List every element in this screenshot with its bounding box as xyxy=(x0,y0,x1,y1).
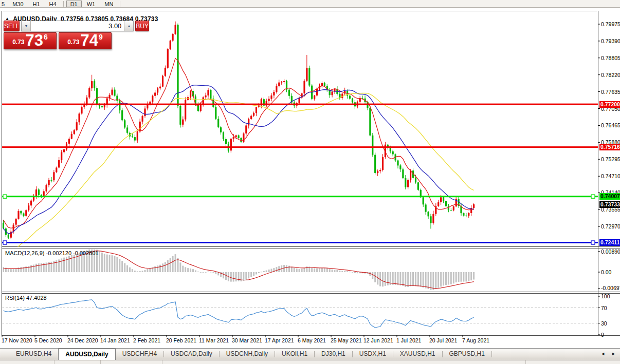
buy-price-pip: 9 xyxy=(99,33,103,41)
macd-indicator-label: MACD(12,26,9) -0.002120 -0.002801 xyxy=(5,250,99,256)
date-axis-label: 1 Jul 2021 xyxy=(396,337,421,343)
price-axis-tick: 0.75295 xyxy=(601,156,620,162)
price-axis-tick: 0.78220 xyxy=(601,72,620,78)
macd-axis-tick: 0.008903 xyxy=(601,248,620,255)
one-click-trading-panel: SELL ▼ ▲ BUY 0.73736 0.73749 xyxy=(4,21,115,49)
level-price-label: 0.77200 xyxy=(599,101,620,108)
price-axis-tick: 0.78805 xyxy=(601,55,620,61)
candles xyxy=(3,22,475,239)
status-bar-divider xyxy=(162,360,162,364)
line-handle xyxy=(3,241,7,244)
buy-price-prefix: 0.73 xyxy=(67,39,79,46)
price-axis-tick: 0.72970 xyxy=(601,223,620,229)
line-handle xyxy=(3,195,7,198)
status-bar xyxy=(0,360,620,364)
volume-decrease-button[interactable]: ▼ xyxy=(22,21,31,31)
chart-tab-usdcnh-daily[interactable]: USDCNH,Daily xyxy=(220,349,275,360)
level-line xyxy=(2,242,598,243)
date-axis-label: 11 Mar 2021 xyxy=(199,337,229,343)
chart-tab-dj30-h1[interactable]: DJ30,H1 xyxy=(315,349,352,360)
price-axis-tick: 0.79975 xyxy=(601,21,620,27)
tabs-scroll-right-icon[interactable]: ► xyxy=(611,351,616,356)
chart-tab-usdx-h1[interactable]: USDX,H1 xyxy=(353,349,393,360)
level-line xyxy=(2,146,598,148)
tabs-scroll-left-icon[interactable]: ◄ xyxy=(600,351,605,356)
level-line xyxy=(2,104,598,105)
date-axis-label: 2 Feb 2021 xyxy=(133,337,160,343)
chart-tab-bar: EURUSD,H4AUDUSD,DailyUSDCHF,H4USDCAD,Dai… xyxy=(0,348,620,360)
buy-button[interactable]: BUY xyxy=(135,21,149,31)
chart-tab-gbpusd-h1[interactable]: GBPUSD,H1 xyxy=(443,349,491,360)
rsi-axis-tick: 70 xyxy=(601,305,607,311)
price-axis-tick: 0.74710 xyxy=(601,173,620,179)
rsi-axis-tick: 0 xyxy=(601,332,604,338)
rsi-axis-tick: 100 xyxy=(601,293,610,299)
sell-price-display[interactable]: 0.73736 xyxy=(4,32,57,49)
level-price-label: 0.72411 xyxy=(599,239,620,246)
volume-input[interactable] xyxy=(31,21,124,31)
current-price-label: 0.73733 xyxy=(599,201,620,208)
macd-axis-tick: 0.00 xyxy=(601,269,611,275)
chart-tab-usdcad-daily[interactable]: USDCAD,Daily xyxy=(164,349,219,360)
date-axis-label: 6 May 2021 xyxy=(298,337,326,343)
chart-tab-ukoil-h1[interactable]: UKOil,H1 xyxy=(275,349,314,360)
chart-tab-eurusd-h4[interactable]: EURUSD,H4 xyxy=(9,349,58,360)
chart-tab-audusd-daily[interactable]: AUDUSD,Daily xyxy=(58,349,115,360)
rsi-axis-tick: 30 xyxy=(601,320,607,327)
date-axis-label: 25 May 2021 xyxy=(331,337,362,343)
volume-increase-button[interactable]: ▲ xyxy=(124,21,133,31)
date-axis-label: 17 Apr 2021 xyxy=(265,337,294,343)
buy-price-main: 74 xyxy=(81,33,98,48)
line-handle xyxy=(591,241,595,244)
line-handle xyxy=(591,195,595,198)
date-axis-label: 20 Jul 2021 xyxy=(429,337,457,343)
date-axis-label: 14 Jan 2021 xyxy=(100,337,130,343)
volume-spinner: ▼ ▲ xyxy=(21,21,134,31)
date-axis-label: 12 Jun 2021 xyxy=(363,337,393,343)
chart-tab-usdchf-h4[interactable]: USDCHF,H4 xyxy=(116,349,163,360)
status-bar-divider xyxy=(54,360,54,364)
chart-tabs: EURUSD,H4AUDUSD,DailyUSDCHF,H4USDCAD,Dai… xyxy=(9,349,492,360)
down-arrow-icon: ▼ xyxy=(24,24,28,28)
price-axis-tick: 0.76465 xyxy=(601,122,620,128)
macd-axis-tick: -0.00697 xyxy=(601,285,620,291)
price-axis-tick: 0.79390 xyxy=(601,38,620,44)
level-line xyxy=(2,196,598,197)
price-axis-tick: 0.77635 xyxy=(601,89,620,95)
date-axis-label: 5 Dec 2020 xyxy=(34,337,62,343)
date-axis-label: 17 Nov 2020 xyxy=(2,337,32,343)
sell-price-pip: 6 xyxy=(44,33,48,41)
up-arrow-icon: ▲ xyxy=(127,24,131,28)
date-axis-label: 30 Mar 2021 xyxy=(232,337,262,343)
chart-tab-xauusd-h1[interactable]: XAUUSD,H1 xyxy=(393,349,442,360)
date-axis-label: 24 Dec 2020 xyxy=(67,337,98,343)
rsi-indicator-label: RSI(14) 47.4028 xyxy=(5,295,47,301)
status-bar-divider xyxy=(525,360,526,364)
buy-price-display[interactable]: 0.73749 xyxy=(59,32,112,49)
level-price-label: 0.74007 xyxy=(599,193,620,200)
level-price-label: 0.75716 xyxy=(599,144,620,150)
date-axis-label: 20 Feb 2021 xyxy=(166,337,196,343)
chart-plot-area[interactable] xyxy=(0,0,620,364)
sell-price-main: 73 xyxy=(26,33,43,48)
tab-separator xyxy=(491,351,492,357)
date-axis-label: 7 Aug 2021 xyxy=(462,337,489,343)
status-bar-divider xyxy=(100,360,101,364)
trading-platform-window: 5M30H1H4D1W1MN ▲ AUDUSD,Daily 0.73756 0.… xyxy=(0,0,620,364)
sell-price-prefix: 0.73 xyxy=(12,39,24,46)
tab-scroll-controls: ◄ ► xyxy=(600,351,616,356)
sell-button[interactable]: SELL xyxy=(4,21,20,31)
